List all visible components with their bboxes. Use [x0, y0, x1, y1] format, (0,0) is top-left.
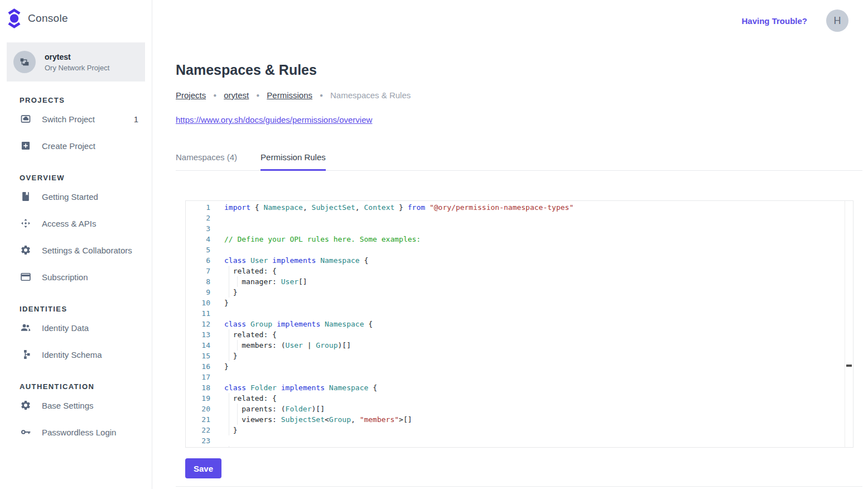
project-card[interactable]: orytest Ory Network Project [7, 42, 145, 82]
project-type: Ory Network Project [45, 64, 109, 72]
editor-scrollbar[interactable] [845, 201, 853, 447]
line-number: 15 [186, 351, 210, 361]
line-number: 23 [186, 435, 210, 446]
section-label-overview: OVERVIEW [0, 174, 152, 183]
sidebar-item-label: Base Settings [42, 401, 94, 410]
indent-guide [233, 340, 242, 351]
tab-permission-rules[interactable]: Permission Rules [261, 152, 326, 171]
line-number: 9 [186, 287, 210, 298]
indent-guide [233, 276, 242, 287]
sidebar-item-getting-started[interactable]: Getting Started [0, 183, 152, 210]
sidebar-item-label: Access & APIs [42, 219, 97, 228]
sidebar-item-switch-project[interactable]: Switch Project1 [0, 106, 152, 132]
line-number: 5 [186, 244, 210, 255]
tabs: Namespaces (4)Permission Rules [176, 152, 862, 171]
sidebar-item-create-project[interactable]: Create Project [0, 132, 152, 159]
code-line: 16} [186, 361, 845, 372]
sidebar-item-label: Identity Data [42, 323, 89, 333]
sidebar: Console orytest Ory Network Project PROJ… [0, 0, 152, 489]
code-line: 22} [186, 425, 845, 435]
code-line: 11 [186, 308, 845, 319]
sidebar-item-subscription[interactable]: Subscription [0, 263, 152, 290]
line-number: 19 [186, 393, 210, 404]
sidebar-item-label: Identity Schema [42, 350, 102, 359]
indent-guide [224, 404, 233, 414]
app-name: Console [28, 12, 68, 25]
breadcrumb-namespaces-rules: Namespaces & Rules [330, 90, 411, 100]
code-line: 17 [186, 372, 845, 382]
code-line: 6class User implements Namespace { [186, 255, 845, 266]
save-button[interactable]: Save [185, 458, 221, 478]
breadcrumb-orytest[interactable]: orytest [224, 90, 249, 100]
breadcrumb-separator: ● [213, 92, 216, 98]
code-line: 21viewers: SubjectSet<Group, "members">[… [186, 414, 845, 425]
tab-namespaces-4[interactable]: Namespaces (4) [176, 152, 237, 171]
page-title: Namespaces & Rules [176, 62, 862, 78]
sidebar-item-passwordless-login[interactable]: Passwordless Login [0, 419, 152, 445]
item-badge: 1 [134, 114, 138, 124]
app-logo-home-link[interactable]: Console [0, 0, 152, 35]
gear-icon [20, 400, 31, 411]
indent-guide [233, 404, 242, 414]
breadcrumb-separator: ● [256, 92, 259, 98]
line-number: 17 [186, 372, 210, 382]
user-avatar[interactable]: H [826, 9, 848, 32]
indent-guide [224, 446, 233, 447]
line-number: 2 [186, 213, 210, 223]
arrows-icon [20, 218, 31, 229]
line-number: 16 [186, 361, 210, 372]
main-area: Having Trouble? H Namespaces & Rules Pro… [152, 0, 868, 489]
indent-guide [224, 266, 233, 276]
breadcrumb-permissions[interactable]: Permissions [267, 90, 312, 100]
code-line: 18class Folder implements Namespace { [186, 382, 845, 393]
schema-icon [20, 349, 31, 360]
project-name: orytest [45, 52, 109, 61]
section-label-projects: PROJECTS [0, 96, 152, 106]
sidebar-item-identity-data[interactable]: Identity Data [0, 314, 152, 341]
sidebar-item-settings-collaborators[interactable]: Settings & Collaborators [0, 237, 152, 263]
code-line: 5 [186, 244, 845, 255]
line-number: 24 [186, 446, 210, 447]
line-number: 6 [186, 255, 210, 266]
indent-guide [224, 287, 233, 298]
code-line: 24permits = { [186, 446, 845, 447]
indent-guide [224, 393, 233, 404]
line-number: 11 [186, 308, 210, 319]
code-editor[interactable]: 1import { Namespace, SubjectSet, Context… [185, 200, 853, 448]
line-number: 8 [186, 276, 210, 287]
sidebar-item-label: Passwordless Login [42, 428, 116, 437]
code-line: 12class Group implements Namespace { [186, 319, 845, 329]
code-line: 4// Define your OPL rules here. Some exa… [186, 234, 845, 244]
scrollbar-thumb[interactable] [846, 365, 852, 367]
indent-guide [224, 414, 233, 425]
docs-link[interactable]: https://www.ory.sh/docs/guides/permissio… [176, 115, 372, 124]
code-area[interactable]: 1import { Namespace, SubjectSet, Context… [186, 201, 845, 447]
indent-guide [224, 340, 233, 351]
sidebar-item-label: Settings & Collaborators [42, 246, 132, 255]
sidebar-item-identity-schema[interactable]: Identity Schema [0, 341, 152, 368]
breadcrumb-separator: ● [320, 92, 323, 98]
line-number: 21 [186, 414, 210, 425]
line-number: 12 [186, 319, 210, 329]
sidebar-item-label: Subscription [42, 272, 88, 282]
sidebar-item-base-settings[interactable]: Base Settings [0, 392, 152, 419]
line-number: 1 [186, 202, 210, 213]
line-number: 18 [186, 382, 210, 393]
credit-card-icon [20, 271, 31, 282]
content-bottom-divider [176, 486, 862, 487]
code-line: 14members: (User | Group)[] [186, 340, 845, 351]
sidebar-item-access-apis[interactable]: Access & APIs [0, 210, 152, 237]
having-trouble-link[interactable]: Having Trouble? [741, 16, 807, 26]
people-icon [20, 322, 31, 333]
line-number: 14 [186, 340, 210, 351]
code-line: 15} [186, 351, 845, 361]
code-line: 7related: { [186, 266, 845, 276]
sidebar-item-label: Create Project [42, 141, 95, 151]
sitemap-icon [13, 51, 36, 73]
code-line: 10} [186, 298, 845, 308]
page-content: Namespaces & Rules Projects●orytest●Perm… [152, 41, 868, 489]
sidebar-item-label: Switch Project [42, 114, 95, 124]
breadcrumb-projects[interactable]: Projects [176, 90, 206, 100]
ory-logo-icon [7, 8, 22, 28]
code-line: 20parents: (Folder)[] [186, 404, 845, 414]
